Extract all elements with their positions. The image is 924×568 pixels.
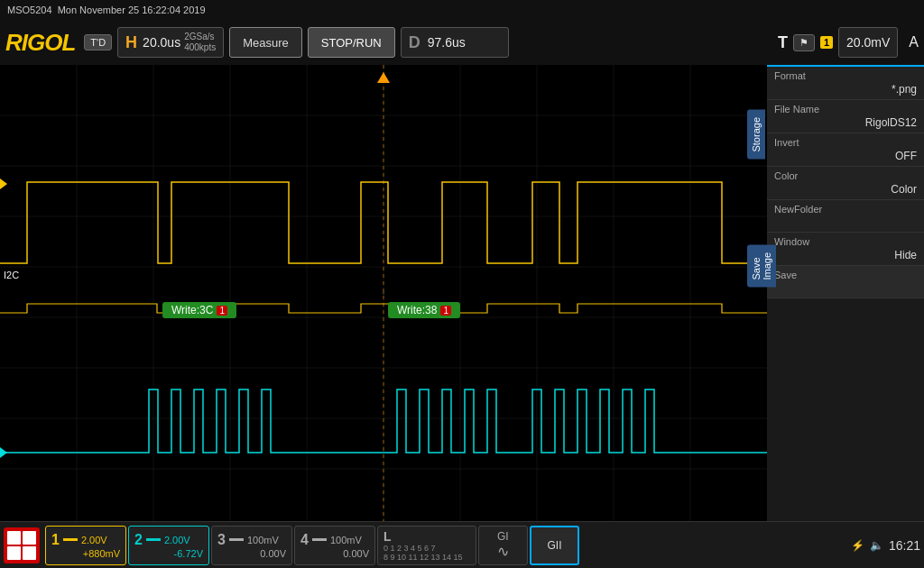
gi-label: GI (497, 530, 509, 543)
scope-canvas: I2C Write:3C 1 Write:38 1 (0, 65, 767, 521)
clock-area: ⚡ 🔈 16:21 (851, 538, 920, 553)
sample-rate: 2GSa/s (184, 32, 216, 42)
ch2-offset: -6.72V (134, 548, 203, 559)
svg-marker-21 (0, 447, 7, 458)
volt-badge: 1 (820, 36, 833, 49)
write-38-num: 1 (440, 306, 451, 316)
ch1-volt: 2.00V (81, 535, 107, 545)
h-label: H (125, 33, 137, 52)
ch1-num: 1 (51, 532, 60, 548)
ch3-header: 3 100mV (217, 532, 286, 548)
svg-marker-20 (0, 179, 7, 189)
format-label: Format (774, 70, 917, 81)
write-3c-num: 1 (217, 306, 227, 316)
ch4-offset: 0.00V (300, 548, 369, 559)
save-image-tab[interactable]: Save Image (747, 245, 776, 288)
window-section: Window Hide (767, 233, 924, 266)
gii-status[interactable]: GII (530, 526, 579, 565)
write-38-badge: Write:38 1 (388, 302, 460, 318)
ch4-line (312, 538, 327, 541)
ch4-header: 4 100mV (300, 532, 369, 548)
ch1-offset: +880mV (51, 548, 120, 559)
delay-box: D 97.6us (401, 27, 509, 58)
speaker-icon: 🔈 (870, 539, 883, 552)
sample-pts: 400kpts (184, 42, 216, 53)
ch3-line (229, 538, 244, 541)
model-label: MSO5204 (7, 5, 52, 15)
trigger-section: T ⚑ 1 20.0mV A (778, 27, 919, 58)
new-folder-section[interactable]: NewFolder (767, 200, 924, 233)
grid-icon (7, 531, 36, 560)
i2c-label: I2C (4, 270, 19, 280)
ch2-status[interactable]: 2 2.00V -6.72V (128, 526, 209, 565)
ch4-num: 4 (300, 532, 309, 548)
color-label: Color (774, 170, 917, 181)
format-section: Format *.png (767, 65, 924, 100)
ch3-volt: 100mV (247, 535, 279, 545)
new-folder-label: NewFolder (774, 204, 917, 215)
save-label: Save (774, 270, 917, 280)
scope-area: I2C Write:3C 1 Write:38 1 (0, 65, 767, 521)
write-38-label: Write:38 (397, 304, 437, 316)
svg-marker-19 (377, 72, 390, 83)
save-section[interactable]: Save (767, 266, 924, 298)
bottom-bar: 1 2.00V +880mV 2 2.00V -6.72V 3 100mV 0.… (0, 521, 924, 568)
ch1-status[interactable]: 1 2.00V +880mV (45, 526, 126, 565)
filename-label: File Name (774, 104, 917, 115)
h-value: 20.0us (143, 35, 180, 50)
stoprun-button[interactable]: STOP/RUN (308, 27, 395, 58)
storage-tab[interactable]: Storage (747, 110, 765, 160)
a-label: A (909, 34, 919, 50)
gi-wave: ∿ (497, 543, 509, 560)
l-digits2: 8 9 10 11 12 13 14 15 (383, 553, 470, 562)
right-panel: Storage Save Image Format *.png File Nam… (767, 65, 924, 521)
write-3c-label: Write:3C (171, 304, 213, 316)
mode-badge: T'D (84, 34, 112, 50)
window-label: Window (774, 236, 917, 247)
ch1-header: 1 2.00V (51, 532, 120, 548)
ch1-line (63, 538, 78, 541)
ch4-volt: 100mV (330, 535, 362, 545)
color-section[interactable]: Color Color (767, 167, 924, 200)
d-label: D (409, 33, 420, 52)
invert-section: Invert OFF (767, 133, 924, 167)
volt-value: 20.0mV (846, 35, 890, 50)
invert-label: Invert (774, 137, 917, 148)
filename-value: RigolDS12 (774, 116, 917, 129)
ch2-line (146, 538, 161, 541)
rigol-logo: RIGOL (5, 29, 75, 57)
waveform-display (0, 65, 767, 521)
format-value: *.png (774, 83, 917, 96)
t-label: T (778, 33, 788, 52)
window-value: Hide (774, 249, 917, 261)
clock-display: 16:21 (889, 538, 920, 553)
l-label: L (383, 529, 392, 544)
ch2-header: 2 2.00V (134, 532, 203, 548)
write-3c-badge: Write:3C 1 (162, 302, 236, 318)
ch2-volt: 2.00V (164, 535, 190, 545)
timebase-box: H 20.0us 2GSa/s 400kpts (117, 27, 224, 58)
l-status[interactable]: L 0 1 2 3 4 5 6 7 8 9 10 11 12 13 14 15 (377, 526, 476, 565)
ch2-num: 2 (134, 532, 143, 548)
main-header: RIGOL T'D H 20.0us 2GSa/s 400kpts Measur… (0, 20, 924, 65)
ch3-status[interactable]: 3 100mV 0.00V (211, 526, 292, 565)
gi-status[interactable]: GI ∿ (478, 526, 528, 565)
ch3-offset: 0.00V (217, 548, 286, 559)
filename-section: File Name RigolDS12 (767, 100, 924, 133)
ch3-num: 3 (217, 532, 226, 548)
sample-info: 2GSa/s 400kpts (184, 32, 216, 53)
gii-label: GII (547, 539, 561, 552)
trigger-icon: ⚑ (793, 34, 815, 51)
d-value: 97.6us (428, 35, 466, 50)
status-bar: MSO5204 Mon November 25 16:22:04 2019 (0, 0, 924, 20)
color-value: Color (774, 183, 917, 196)
menu-icon[interactable] (4, 527, 40, 563)
usb-icon: ⚡ (851, 539, 864, 552)
volt-display: 20.0mV (838, 27, 898, 58)
l-digits: 0 1 2 3 4 5 6 7 (383, 544, 470, 553)
measure-button[interactable]: Measure (229, 27, 302, 58)
ch4-status[interactable]: 4 100mV 0.00V (294, 526, 375, 565)
datetime-label: Mon November 25 16:22:04 2019 (58, 5, 206, 15)
invert-value: OFF (774, 150, 917, 162)
